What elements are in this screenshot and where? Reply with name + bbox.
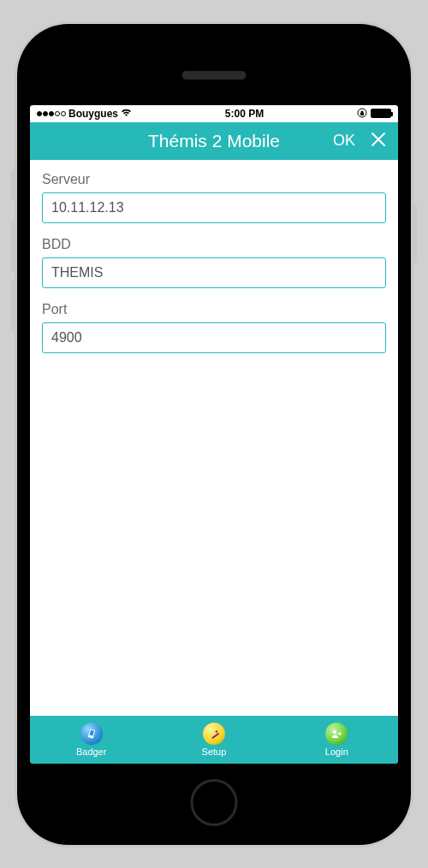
field-bdd: BDD bbox=[42, 237, 386, 288]
orientation-lock-icon bbox=[357, 108, 367, 120]
svg-point-5 bbox=[333, 729, 336, 733]
tab-badger[interactable]: Badger bbox=[30, 723, 152, 757]
badger-icon bbox=[80, 723, 103, 745]
tab-bar: Badger Setup Login bbox=[30, 716, 398, 764]
port-label: Port bbox=[42, 302, 386, 317]
ok-button[interactable]: OK bbox=[333, 132, 355, 150]
volume-up bbox=[11, 221, 17, 272]
field-port: Port bbox=[42, 302, 386, 353]
tab-setup[interactable]: Setup bbox=[152, 723, 275, 757]
tab-setup-label: Setup bbox=[202, 747, 227, 757]
app-header: Thémis 2 Mobile OK bbox=[30, 122, 398, 160]
wifi-icon bbox=[121, 109, 132, 119]
close-button[interactable] bbox=[369, 132, 388, 151]
status-bar: Bouygues 5:00 PM bbox=[30, 105, 398, 122]
power-button bbox=[411, 204, 417, 263]
volume-down bbox=[11, 280, 17, 332]
screen: Bouygues 5:00 PM Thémis 2 Mobile OK bbox=[30, 105, 398, 764]
serveur-label: Serveur bbox=[42, 172, 386, 187]
speaker bbox=[182, 71, 247, 80]
tab-badger-label: Badger bbox=[76, 747, 106, 757]
setup-icon bbox=[203, 723, 225, 745]
bdd-input[interactable] bbox=[42, 257, 386, 288]
page-title: Thémis 2 Mobile bbox=[148, 131, 280, 151]
battery-icon bbox=[371, 109, 391, 118]
close-icon bbox=[370, 131, 387, 151]
mute-switch bbox=[11, 169, 17, 199]
status-right bbox=[357, 108, 391, 120]
phone-frame: Bouygues 5:00 PM Thémis 2 Mobile OK bbox=[17, 24, 411, 845]
login-icon bbox=[325, 723, 348, 745]
svg-rect-3 bbox=[211, 732, 219, 738]
port-input[interactable] bbox=[42, 322, 386, 353]
tab-login-label: Login bbox=[325, 747, 348, 757]
status-time: 5:00 PM bbox=[225, 108, 264, 120]
tab-login[interactable]: Login bbox=[276, 723, 398, 757]
serveur-input[interactable] bbox=[42, 192, 386, 223]
bdd-label: BDD bbox=[42, 237, 386, 252]
field-serveur: Serveur bbox=[42, 172, 386, 223]
home-button[interactable] bbox=[191, 779, 238, 826]
svg-point-4 bbox=[216, 730, 218, 733]
carrier-label: Bouygues bbox=[68, 108, 118, 120]
status-left: Bouygues bbox=[37, 108, 132, 120]
form-content: Serveur BDD Port bbox=[30, 160, 398, 716]
signal-dots bbox=[37, 111, 66, 116]
